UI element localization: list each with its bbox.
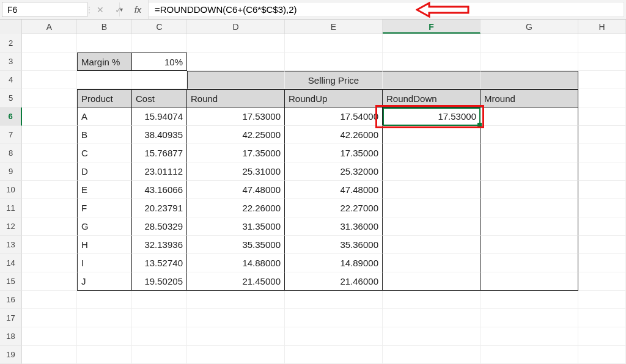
cell-D10[interactable]: 47.48000 bbox=[187, 181, 285, 199]
cell-B12[interactable]: G bbox=[77, 217, 132, 236]
cell-H8[interactable] bbox=[578, 144, 626, 162]
cell-F17[interactable] bbox=[383, 309, 481, 327]
cell-D11[interactable]: 22.26000 bbox=[187, 199, 285, 217]
cell-D13[interactable]: 35.35000 bbox=[187, 236, 285, 254]
cell-D19[interactable] bbox=[187, 346, 285, 364]
cell-D5[interactable]: Round bbox=[187, 89, 285, 107]
cell-C8[interactable]: 15.76877 bbox=[132, 144, 187, 162]
cell-D4[interactable] bbox=[187, 71, 285, 89]
cell-H11[interactable] bbox=[578, 199, 626, 217]
cell-G15[interactable] bbox=[481, 272, 578, 291]
cell-A4[interactable] bbox=[22, 71, 77, 89]
cell-G12[interactable] bbox=[481, 217, 578, 236]
cell-G8[interactable] bbox=[481, 144, 578, 162]
cell-D16[interactable] bbox=[187, 291, 285, 309]
cell-E13[interactable]: 35.36000 bbox=[285, 236, 383, 254]
cell-A9[interactable] bbox=[22, 162, 77, 181]
cell-C3[interactable]: 10% bbox=[132, 53, 187, 71]
cell-E18[interactable] bbox=[285, 327, 383, 346]
enter-icon[interactable]: ✓ bbox=[109, 0, 128, 19]
cell-F12[interactable] bbox=[383, 217, 481, 236]
cell-D14[interactable]: 14.88000 bbox=[187, 254, 285, 272]
cell-C14[interactable]: 13.52740 bbox=[132, 254, 187, 272]
cell-B5[interactable]: Product bbox=[77, 89, 132, 107]
cell-C5[interactable]: Cost bbox=[132, 89, 187, 107]
cell-H15[interactable] bbox=[578, 272, 626, 291]
cell-C16[interactable] bbox=[132, 291, 187, 309]
spreadsheet-grid[interactable]: A B C D E F G H 23Margin %10%4Selling Pr… bbox=[0, 20, 626, 364]
cell-F6[interactable]: 17.53000 bbox=[383, 107, 481, 126]
col-header-D[interactable]: D bbox=[187, 20, 285, 34]
cell-F2[interactable] bbox=[383, 34, 481, 53]
row-header-3[interactable]: 3 bbox=[0, 53, 22, 71]
cell-F19[interactable] bbox=[383, 346, 481, 364]
col-header-A[interactable]: A bbox=[22, 20, 77, 34]
cell-B17[interactable] bbox=[77, 309, 132, 327]
cell-D6[interactable]: 17.53000 bbox=[187, 107, 285, 126]
cell-E16[interactable] bbox=[285, 291, 383, 309]
row-header-8[interactable]: 8 bbox=[0, 144, 22, 162]
cell-A8[interactable] bbox=[22, 144, 77, 162]
cell-E14[interactable]: 14.89000 bbox=[285, 254, 383, 272]
row-header-7[interactable]: 7 bbox=[0, 126, 22, 144]
cell-E19[interactable] bbox=[285, 346, 383, 364]
cell-C6[interactable]: 15.94074 bbox=[132, 107, 187, 126]
cell-C2[interactable] bbox=[132, 34, 187, 53]
cell-D3[interactable] bbox=[187, 53, 285, 71]
cell-A6[interactable] bbox=[22, 107, 77, 126]
cell-B9[interactable]: D bbox=[77, 162, 132, 181]
cell-F13[interactable] bbox=[383, 236, 481, 254]
cell-B19[interactable] bbox=[77, 346, 132, 364]
cell-F10[interactable] bbox=[383, 181, 481, 199]
row-header-18[interactable]: 18 bbox=[0, 327, 22, 346]
cell-B14[interactable]: I bbox=[77, 254, 132, 272]
cell-H14[interactable] bbox=[578, 254, 626, 272]
cell-F4[interactable] bbox=[383, 71, 481, 89]
cell-A10[interactable] bbox=[22, 181, 77, 199]
cell-E8[interactable]: 17.35000 bbox=[285, 144, 383, 162]
cell-H13[interactable] bbox=[578, 236, 626, 254]
cell-B4[interactable] bbox=[77, 71, 132, 89]
row-header-11[interactable]: 11 bbox=[0, 199, 22, 217]
cell-H4[interactable] bbox=[578, 71, 626, 89]
cell-D8[interactable]: 17.35000 bbox=[187, 144, 285, 162]
cell-D15[interactable]: 21.45000 bbox=[187, 272, 285, 291]
cell-F18[interactable] bbox=[383, 327, 481, 346]
cell-G7[interactable] bbox=[481, 126, 578, 144]
cell-A14[interactable] bbox=[22, 254, 77, 272]
cell-B18[interactable] bbox=[77, 327, 132, 346]
cell-C15[interactable]: 19.50205 bbox=[132, 272, 187, 291]
row-header-17[interactable]: 17 bbox=[0, 309, 22, 327]
cell-G18[interactable] bbox=[481, 327, 578, 346]
cell-C13[interactable]: 32.13936 bbox=[132, 236, 187, 254]
cell-G17[interactable] bbox=[481, 309, 578, 327]
cell-A17[interactable] bbox=[22, 309, 77, 327]
cell-H6[interactable] bbox=[578, 107, 626, 126]
cell-A16[interactable] bbox=[22, 291, 77, 309]
cell-F16[interactable] bbox=[383, 291, 481, 309]
cell-B7[interactable]: B bbox=[77, 126, 132, 144]
cancel-icon[interactable]: ✕ bbox=[91, 0, 109, 19]
cell-A7[interactable] bbox=[22, 126, 77, 144]
cell-E6[interactable]: 17.54000 bbox=[285, 107, 383, 126]
cell-A18[interactable] bbox=[22, 327, 77, 346]
cell-F9[interactable] bbox=[383, 162, 481, 181]
row-header-4[interactable]: 4 bbox=[0, 71, 22, 89]
cell-E11[interactable]: 22.27000 bbox=[285, 199, 383, 217]
row-header-16[interactable]: 16 bbox=[0, 291, 22, 309]
cell-E17[interactable] bbox=[285, 309, 383, 327]
cell-F11[interactable] bbox=[383, 199, 481, 217]
cell-A2[interactable] bbox=[22, 34, 77, 53]
cell-C17[interactable] bbox=[132, 309, 187, 327]
row-header-15[interactable]: 15 bbox=[0, 272, 22, 291]
cell-H19[interactable] bbox=[578, 346, 626, 364]
name-box-container[interactable]: ▾ bbox=[2, 2, 87, 17]
row-header-14[interactable]: 14 bbox=[0, 254, 22, 272]
cell-G11[interactable] bbox=[481, 199, 578, 217]
row-header-5[interactable]: 5 bbox=[0, 89, 22, 107]
cell-H17[interactable] bbox=[578, 309, 626, 327]
row-header-9[interactable]: 9 bbox=[0, 162, 22, 181]
row-header-13[interactable]: 13 bbox=[0, 236, 22, 254]
cell-D9[interactable]: 25.31000 bbox=[187, 162, 285, 181]
cell-H2[interactable] bbox=[578, 34, 626, 53]
